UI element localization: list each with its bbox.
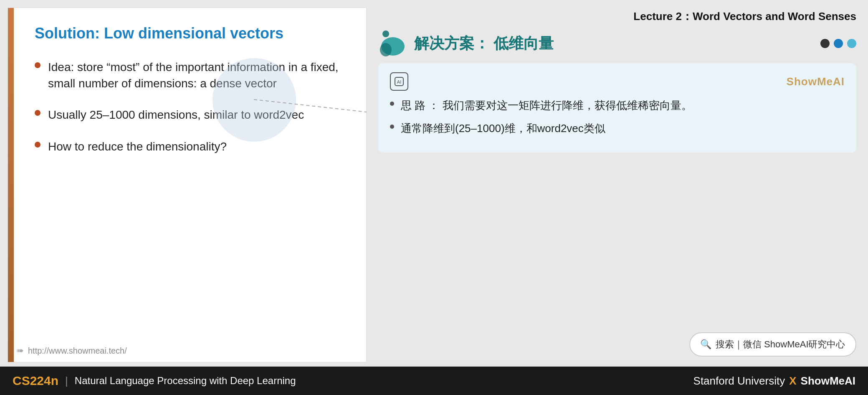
slide-panel: Solution: Low dimensional vectors Idea: … — [8, 8, 367, 362]
nav-dots — [820, 39, 856, 48]
bullet-dot-3 — [35, 142, 40, 148]
card-header: AI ShowMeAI — [390, 72, 845, 91]
bullet-dot-2 — [35, 110, 40, 116]
card-bullet-item-1: 思 路 ： 我们需要对这一矩阵进行降维，获得低维稀密向量。 — [390, 97, 845, 114]
nav-dot-light-teal[interactable] — [847, 39, 856, 48]
svg-text:AI: AI — [397, 79, 401, 84]
divider-bar: | — [65, 375, 68, 387]
right-panel: Lecture 2：Word Vectors and Word Senses 解… — [374, 8, 860, 362]
slide-wrapper: Solution: Low dimensional vectors Idea: … — [8, 8, 367, 362]
nav-dot-teal[interactable] — [834, 39, 843, 48]
bullet-item-2: Usually 25–1000 dimensions, similar to w… — [35, 107, 345, 123]
showmeai-footer-text: ShowMeAI — [801, 375, 855, 387]
svg-point-3 — [380, 43, 392, 56]
stanford-text: Stanford University — [693, 375, 785, 387]
slide-footer: ➠ http://www.showmeai.tech/ — [8, 341, 366, 362]
card-bullet-dot-2 — [390, 125, 394, 129]
card-bullet-text-2: 通常降维到(25–1000)维，和word2vec类似 — [401, 120, 605, 137]
card-bullets: 思 路 ： 我们需要对这一矩阵进行降维，获得低维稀密向量。 通常降维到(25–1… — [390, 97, 845, 137]
decoration-shape — [378, 29, 407, 58]
card-bullet-item-2: 通常降维到(25–1000)维，和word2vec类似 — [390, 120, 845, 137]
ai-icon-box: AI — [390, 72, 408, 91]
bullet-item-1: Idea: store “most” of the important info… — [35, 59, 345, 92]
nav-dot-dark[interactable] — [820, 39, 830, 48]
lecture-title-text: Lecture 2：Word Vectors and Word Senses — [633, 10, 856, 23]
search-bar[interactable]: 🔍 搜索｜微信 ShowMeAI研究中心 — [689, 332, 856, 357]
ai-icon: AI — [394, 76, 405, 87]
showmeai-brand-card: ShowMeAI — [787, 75, 845, 88]
footer-url: http://www.showmeai.tech/ — [28, 346, 127, 356]
bullet-list: Idea: store “most” of the important info… — [35, 59, 345, 329]
bottom-left: CS224n | Natural Language Processing wit… — [13, 374, 296, 388]
annotation-circle — [213, 58, 296, 142]
translation-card: AI ShowMeAI 思 路 ： 我们需要对这一矩阵进行降维，获得低维稀密向量… — [378, 63, 856, 153]
cursor-icon: ➠ — [16, 345, 24, 356]
right-heading-text: 解决方案： 低维向量 — [414, 33, 554, 54]
card-bullet-dot-1 — [390, 102, 394, 106]
search-bar-container: 🔍 搜索｜微信 ShowMeAI研究中心 — [374, 332, 860, 362]
card-bullet-text-1: 思 路 ： 我们需要对这一矩阵进行降维，获得低维稀密向量。 — [401, 97, 692, 114]
right-spacer — [374, 158, 860, 327]
bullet-item-3: How to reduce the dimensionality? — [35, 138, 345, 155]
bullet-dot-1 — [35, 62, 40, 68]
slide-title: Solution: Low dimensional vectors — [35, 25, 345, 42]
bullet-text-3: How to reduce the dimensionality? — [48, 138, 227, 155]
search-icon: 🔍 — [700, 339, 711, 350]
search-label: 搜索｜微信 ShowMeAI研究中心 — [716, 338, 845, 351]
x-separator: X — [789, 375, 796, 387]
svg-point-1 — [382, 31, 389, 37]
lecture-title-bar: Lecture 2：Word Vectors and Word Senses — [374, 8, 860, 24]
right-header: 解决方案： 低维向量 — [374, 29, 860, 58]
bottom-right: Stanford University X ShowMeAI — [693, 375, 855, 387]
slide-body: Solution: Low dimensional vectors Idea: … — [14, 8, 366, 341]
bullet-text-1: Idea: store “most” of the important info… — [48, 59, 345, 92]
right-header-left: 解决方案： 低维向量 — [378, 29, 554, 58]
main-content: Solution: Low dimensional vectors Idea: … — [0, 0, 868, 367]
course-name: Natural Language Processing with Deep Le… — [75, 375, 296, 387]
slide-orange-bar — [8, 8, 14, 362]
course-code: CS224n — [13, 374, 58, 388]
bottom-bar: CS224n | Natural Language Processing wit… — [0, 367, 868, 395]
